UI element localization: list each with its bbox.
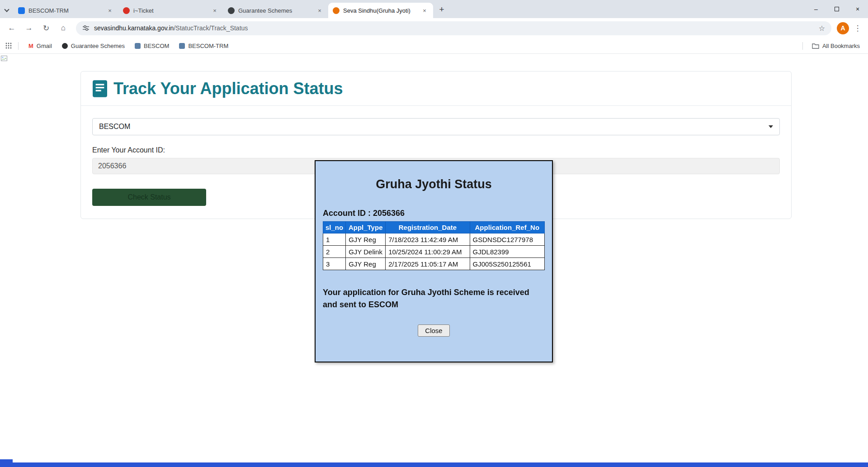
browser-tab[interactable]: i~Ticket×	[118, 3, 223, 18]
tab-favicon	[333, 7, 340, 14]
table-row: 1GJY Reg7/18/2023 11:42:49 AMGSDNSDC1277…	[323, 234, 545, 246]
modal-close-button[interactable]: Close	[418, 324, 449, 337]
table-cell: GJY Delink	[346, 246, 386, 258]
table-row: 3GJY Reg2/17/2025 11:05:17 AMGJ005S25012…	[323, 258, 545, 270]
table-header-cell: Registration_Date	[386, 222, 470, 234]
status-table-header-row: sl_noAppl_TypeRegistration_DateApplicati…	[323, 222, 545, 234]
page-title: Track Your Application Status	[113, 79, 343, 98]
all-bookmarks-button[interactable]: All Bookmarks	[809, 41, 863, 51]
tab-close-icon[interactable]: ×	[106, 6, 114, 14]
all-bookmarks-label: All Bookmarks	[822, 43, 860, 49]
url-domain: sevasindhu.karnataka.gov.in	[94, 24, 174, 32]
page-footer-strip	[0, 462, 868, 467]
window-maximize-button[interactable]	[826, 0, 847, 18]
modal-account-id: Account ID : 2056366	[323, 209, 545, 218]
modal-title: Gruha Jyothi Status	[323, 177, 545, 191]
table-cell: GSDNSDC1277978	[470, 234, 544, 246]
card-header: Track Your Application Status	[81, 71, 791, 106]
tab-strip: BESCOM-TRM×i~Ticket×Guarantee Schemes×Se…	[0, 0, 868, 18]
bookmarks-separator	[18, 42, 19, 50]
escom-select[interactable]: BESCOM	[92, 118, 780, 135]
table-cell: GJY Reg	[346, 234, 386, 246]
bookmark-favicon	[179, 43, 185, 49]
tab-favicon	[18, 7, 25, 14]
window-minimize-button[interactable]: –	[806, 0, 826, 18]
table-cell: GJ005S250125561	[470, 258, 544, 270]
tab-label: i~Ticket	[133, 7, 207, 14]
folder-icon	[812, 43, 819, 49]
bookmark-label: BESCOM-TRM	[188, 43, 228, 49]
bookmark-label: Guarantee Schemes	[71, 43, 125, 49]
tab-label: Guarantee Schemes	[238, 7, 312, 14]
tab-close-icon[interactable]: ×	[420, 6, 429, 14]
table-cell: 2/17/2025 11:05:17 AM	[386, 258, 470, 270]
gmail-icon: M	[28, 43, 33, 49]
browser-tab[interactable]: Seva Sindhu(Gruha Jyoti)×	[328, 3, 433, 18]
apps-grid-icon[interactable]	[5, 43, 12, 49]
bookmark-label: Gmail	[37, 43, 52, 49]
tab-close-icon[interactable]: ×	[211, 6, 219, 14]
chevron-down-icon	[4, 7, 9, 12]
maximize-icon	[835, 7, 839, 11]
url-text[interactable]: sevasindhu.karnataka.gov.in/StatucTrack/…	[94, 24, 814, 32]
check-status-button[interactable]: Check Status	[92, 189, 206, 206]
window-controls: – ×	[806, 0, 868, 18]
status-table-body: 1GJY Reg7/18/2023 11:42:49 AMGSDNSDC1277…	[323, 234, 545, 270]
bookmark-favicon	[62, 43, 68, 49]
table-cell: 2	[323, 246, 346, 258]
table-cell: GJDL82399	[470, 246, 544, 258]
window-close-button[interactable]: ×	[847, 0, 868, 18]
back-button[interactable]: ←	[5, 21, 19, 35]
browser-tab[interactable]: Guarantee Schemes×	[223, 3, 328, 18]
home-button[interactable]: ⌂	[56, 21, 71, 35]
tab-list: BESCOM-TRM×i~Ticket×Guarantee Schemes×Se…	[14, 0, 433, 18]
all-bookmarks-separator	[802, 42, 803, 50]
bookmark-star-icon[interactable]: ☆	[819, 24, 825, 33]
tab-favicon	[123, 7, 130, 14]
browser-menu-button[interactable]: ⋮	[852, 24, 863, 33]
bookmark-item[interactable]: BESCOM	[131, 41, 173, 51]
bookmark-favicon	[135, 43, 141, 49]
journal-book-icon	[93, 80, 107, 97]
table-header-cell: Appl_Type	[346, 222, 386, 234]
table-cell: 1	[323, 234, 346, 246]
forward-button[interactable]: →	[22, 21, 36, 35]
page-content: Track Your Application Status BESCOM Ent…	[0, 54, 868, 467]
browser-toolbar: ← → ↻ ⌂ sevasindhu.karnataka.gov.in/Stat…	[0, 18, 868, 38]
page-footer-corner	[0, 459, 13, 467]
table-cell: 7/18/2023 11:42:49 AM	[386, 234, 470, 246]
account-id-label: Enter Your Account ID:	[92, 146, 780, 154]
site-settings-icon[interactable]	[82, 24, 90, 32]
gruha-jyothi-status-modal: Gruha Jyothi Status Account ID : 2056366…	[315, 160, 553, 362]
profile-avatar[interactable]: A	[837, 22, 849, 34]
browser-tab[interactable]: BESCOM-TRM×	[14, 3, 118, 18]
tab-label: Seva Sindhu(Gruha Jyoti)	[343, 7, 417, 14]
table-header-cell: Application_Ref_No	[470, 222, 544, 234]
table-header-cell: sl_no	[323, 222, 346, 234]
new-tab-button[interactable]: +	[435, 3, 448, 16]
bookmarks-bar: MGmailGuarantee SchemesBESCOMBESCOM-TRM …	[0, 38, 868, 54]
tab-search-button[interactable]	[0, 3, 14, 18]
bookmark-list: MGmailGuarantee SchemesBESCOMBESCOM-TRM	[25, 41, 232, 51]
table-cell: GJY Reg	[346, 258, 386, 270]
escom-select-value: BESCOM	[99, 123, 130, 131]
bookmark-item[interactable]: BESCOM-TRM	[175, 41, 232, 51]
bookmark-label: BESCOM	[144, 43, 169, 49]
status-table: sl_noAppl_TypeRegistration_DateApplicati…	[323, 221, 545, 270]
broken-image-icon	[1, 56, 7, 61]
bookmark-item[interactable]: Guarantee Schemes	[58, 41, 128, 51]
table-cell: 10/25/2024 11:00:29 AM	[386, 246, 470, 258]
reload-button[interactable]: ↻	[39, 21, 53, 35]
table-cell: 3	[323, 258, 346, 270]
table-row: 2GJY Delink10/25/2024 11:00:29 AMGJDL823…	[323, 246, 545, 258]
address-bar[interactable]: sevasindhu.karnataka.gov.in/StatucTrack/…	[76, 21, 831, 35]
modal-close-row: Close	[323, 324, 545, 337]
tab-close-icon[interactable]: ×	[316, 6, 324, 14]
url-path: /StatucTrack/Track_Status	[174, 24, 248, 32]
tab-favicon	[228, 7, 235, 14]
select-caret-icon	[769, 125, 773, 128]
modal-message: Your application for Gruha Jyothi Scheme…	[323, 286, 545, 311]
bookmark-item[interactable]: MGmail	[25, 41, 56, 51]
tab-label: BESCOM-TRM	[28, 7, 102, 14]
